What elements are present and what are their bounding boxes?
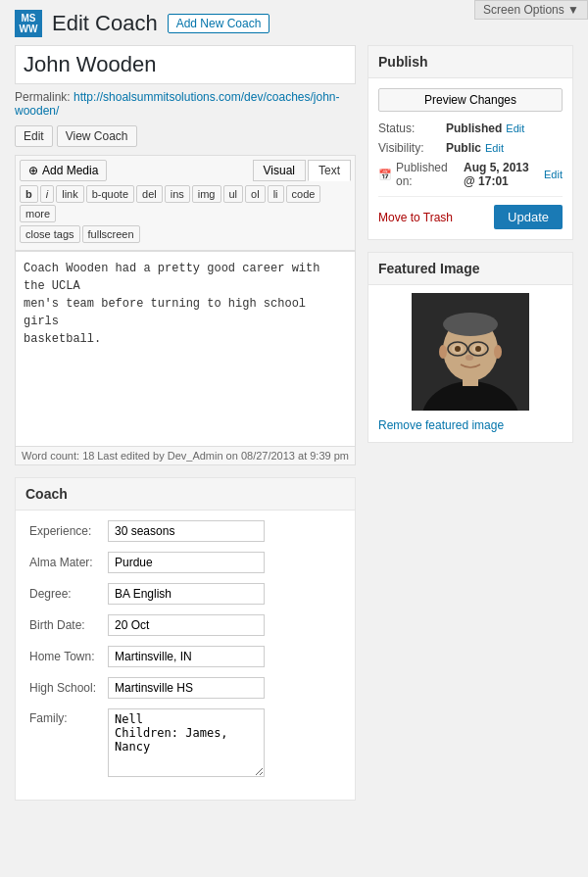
family-label: Family: xyxy=(29,708,108,725)
home-town-label: Home Town: xyxy=(29,650,108,663)
screen-options-button[interactable]: Screen Options ▼ xyxy=(474,0,588,20)
img-button[interactable]: img xyxy=(192,185,221,203)
logo-icon: MS WW xyxy=(15,10,42,37)
add-media-button[interactable]: ⊕ Add Media xyxy=(20,160,107,181)
italic-button[interactable]: i xyxy=(40,185,54,203)
post-title-input[interactable] xyxy=(15,45,356,84)
family-textarea-wrap: Wife: Nell Children: James, Nancy xyxy=(108,708,265,780)
visibility-value: Public xyxy=(446,141,481,155)
format-row-1: b i link b-quote del ins img ul ol li co… xyxy=(20,185,351,222)
birth-date-label: Birth Date: xyxy=(29,618,108,632)
home-town-row: Home Town: xyxy=(29,646,341,667)
featured-image-box: Featured Image xyxy=(368,252,573,443)
birth-date-input[interactable] xyxy=(108,614,265,636)
experience-row: Experience: xyxy=(29,520,341,542)
edit-button[interactable]: Edit xyxy=(15,125,53,147)
published-edit-link[interactable]: Edit xyxy=(544,169,563,180)
visibility-row: Visibility: Public Edit xyxy=(378,141,563,155)
move-trash-link[interactable]: Move to Trash xyxy=(378,211,453,224)
view-coach-button[interactable]: View Coach xyxy=(57,125,137,147)
link-button[interactable]: link xyxy=(56,185,84,203)
page-title: Edit Coach xyxy=(52,11,158,36)
published-label: Published on: xyxy=(396,161,460,188)
coach-meta-box: Coach Experience: Alma Mater: Degree: xyxy=(15,477,356,801)
close-tags-button[interactable]: close tags xyxy=(20,225,80,243)
bold-button[interactable]: b xyxy=(20,185,38,203)
content-column: Permalink: http://shoalsummitsolutions.c… xyxy=(15,45,356,801)
visual-text-tabs: Visual Text xyxy=(253,160,351,181)
status-edit-link[interactable]: Edit xyxy=(506,122,524,134)
text-tab[interactable]: Text xyxy=(308,160,351,181)
family-row: Family: Wife: Nell Children: James, Nanc… xyxy=(29,708,341,780)
editor-footer: Word count: 18 Last edited by Dev_Admin … xyxy=(15,447,356,465)
coach-box-title: Coach xyxy=(16,478,355,511)
visual-tab[interactable]: Visual xyxy=(253,160,306,181)
code-button[interactable]: code xyxy=(286,185,321,203)
li-button[interactable]: li xyxy=(268,185,284,203)
editor-area[interactable]: Coach Wooden had a pretty good career wi… xyxy=(15,251,356,447)
family-textarea[interactable]: Nell Children: James, Nancy xyxy=(108,708,265,777)
featured-image xyxy=(412,293,529,411)
svg-point-14 xyxy=(439,345,447,359)
experience-input[interactable] xyxy=(108,520,265,542)
add-new-button[interactable]: Add New Coach xyxy=(168,14,270,33)
status-row: Status: Published Edit xyxy=(378,122,563,135)
ul-button[interactable]: ul xyxy=(223,185,244,203)
degree-label: Degree: xyxy=(29,587,108,601)
status-value: Published xyxy=(446,122,502,135)
birth-date-row: Birth Date: xyxy=(29,614,341,636)
svg-point-5 xyxy=(443,313,498,336)
degree-input[interactable] xyxy=(108,583,265,605)
featured-image-content: Remove featured image xyxy=(368,293,572,442)
last-edited-text: Last edited by Dev_Admin on 08/27/2013 a… xyxy=(97,450,349,462)
publish-box-title: Publish xyxy=(368,46,572,78)
status-label: Status: xyxy=(378,122,442,135)
more-button[interactable]: more xyxy=(20,205,56,222)
featured-image-title: Featured Image xyxy=(368,253,572,285)
format-row-2: close tags fullscreen xyxy=(20,225,351,243)
alma-mater-input[interactable] xyxy=(108,552,265,573)
ol-button[interactable]: ol xyxy=(245,185,266,203)
svg-point-12 xyxy=(475,346,481,352)
permalink-row: Permalink: http://shoalsummitsolutions.c… xyxy=(15,90,356,118)
sidebar-column: Publish Preview Changes Status: Publishe… xyxy=(368,45,573,443)
published-row: 📅 Published on: Aug 5, 2013 @ 17:01 Edit xyxy=(378,161,563,188)
published-value: Aug 5, 2013 @ 17:01 xyxy=(464,161,540,188)
publish-box: Publish Preview Changes Status: Publishe… xyxy=(368,45,573,240)
update-button[interactable]: Update xyxy=(494,205,563,229)
media-icon: ⊕ xyxy=(28,164,38,177)
publish-box-content: Preview Changes Status: Published Edit V… xyxy=(368,78,572,239)
editor-toolbar: ⊕ Add Media Visual Text b i link b-quote… xyxy=(15,155,356,251)
fullscreen-button[interactable]: fullscreen xyxy=(82,225,140,243)
publish-actions: Move to Trash Update xyxy=(378,196,563,229)
high-school-input[interactable] xyxy=(108,677,265,699)
coach-form: Experience: Alma Mater: Degree: Birth Da… xyxy=(16,511,355,800)
svg-point-15 xyxy=(494,345,502,359)
calendar-icon: 📅 xyxy=(378,169,392,181)
high-school-row: High School: xyxy=(29,677,341,699)
home-town-input[interactable] xyxy=(108,646,265,667)
degree-row: Degree: xyxy=(29,583,341,605)
alma-mater-label: Alma Mater: xyxy=(29,556,108,569)
word-count-label: Word count: 18 xyxy=(22,450,94,462)
experience-label: Experience: xyxy=(29,524,108,538)
svg-point-11 xyxy=(455,346,461,352)
remove-featured-image-link[interactable]: Remove featured image xyxy=(368,418,572,442)
ins-button[interactable]: ins xyxy=(165,185,190,203)
preview-changes-button[interactable]: Preview Changes xyxy=(378,88,563,112)
bquote-button[interactable]: b-quote xyxy=(86,185,134,203)
svg-point-13 xyxy=(466,355,473,361)
visibility-edit-link[interactable]: Edit xyxy=(485,142,504,154)
alma-mater-row: Alma Mater: xyxy=(29,552,341,573)
del-button[interactable]: del xyxy=(136,185,163,203)
high-school-label: High School: xyxy=(29,681,108,695)
visibility-label: Visibility: xyxy=(378,141,442,155)
post-actions: Edit View Coach xyxy=(15,125,356,147)
